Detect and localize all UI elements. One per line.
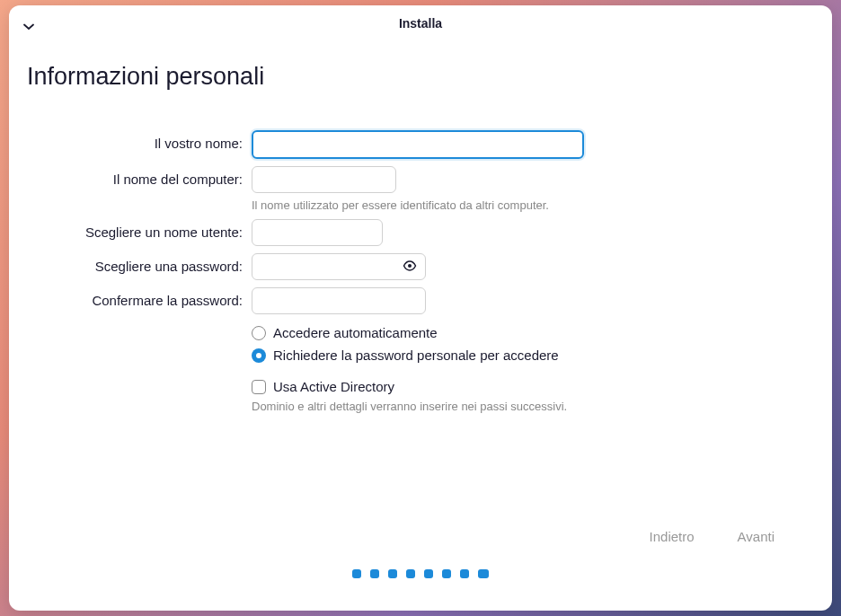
active-directory-checkbox[interactable]: Usa Active Directory bbox=[252, 379, 814, 394]
name-label: Il vostro nome: bbox=[27, 130, 243, 151]
computer-name-input[interactable] bbox=[252, 166, 396, 193]
computer-help-text: Il nome utilizzato per essere identifica… bbox=[252, 198, 549, 212]
password-input[interactable] bbox=[252, 253, 426, 280]
active-directory-label: Usa Active Directory bbox=[273, 379, 394, 394]
installer-window: Installa Informazioni personali Il vostr… bbox=[9, 5, 832, 611]
password-row: Scegliere una password: bbox=[27, 253, 814, 280]
confirm-label: Confermare la password: bbox=[27, 287, 243, 308]
active-directory-section: Usa Active Directory bbox=[252, 379, 814, 394]
progress-dot bbox=[352, 569, 361, 578]
titlebar: Installa bbox=[9, 5, 832, 41]
username-row: Scegliere un nome utente: bbox=[27, 219, 814, 246]
name-input[interactable] bbox=[252, 130, 584, 159]
active-directory-help: Dominio e altri dettagli verranno inseri… bbox=[252, 400, 814, 413]
computer-label: Il nome del computer: bbox=[27, 166, 243, 187]
chevron-down-icon bbox=[23, 23, 34, 31]
require-password-radio[interactable]: Richiedere la password personale per acc… bbox=[252, 348, 814, 363]
progress-dot bbox=[370, 569, 379, 578]
name-row: Il vostro nome: bbox=[27, 130, 814, 159]
window-title: Installa bbox=[399, 16, 442, 31]
progress-dot bbox=[388, 569, 397, 578]
computer-row: Il nome del computer: Il nome utilizzato… bbox=[27, 166, 814, 212]
progress-dot bbox=[406, 569, 415, 578]
radio-icon bbox=[252, 326, 266, 340]
login-options-group: Accedere automaticamente Richiedere la p… bbox=[252, 325, 814, 363]
back-button[interactable]: Indietro bbox=[646, 522, 698, 551]
auto-login-radio[interactable]: Accedere automaticamente bbox=[252, 325, 814, 340]
window-menu-button[interactable] bbox=[23, 18, 34, 34]
confirm-password-input[interactable] bbox=[252, 287, 426, 314]
radio-checked-icon bbox=[252, 348, 266, 363]
auto-login-label: Accedere automaticamente bbox=[273, 325, 438, 340]
footer-nav: Indietro Avanti bbox=[27, 522, 814, 569]
show-password-button[interactable] bbox=[403, 259, 417, 275]
require-password-label: Richiedere la password personale per acc… bbox=[273, 348, 559, 363]
page-title: Informazioni personali bbox=[27, 63, 814, 91]
password-label: Scegliere una password: bbox=[27, 253, 243, 274]
checkbox-icon bbox=[252, 380, 266, 394]
progress-dot bbox=[460, 569, 469, 578]
eye-icon bbox=[403, 260, 417, 271]
progress-dot bbox=[424, 569, 433, 578]
content-area: Informazioni personali Il vostro nome: I… bbox=[9, 41, 832, 611]
progress-dot bbox=[442, 569, 451, 578]
username-input[interactable] bbox=[252, 219, 383, 246]
user-info-form: Il vostro nome: Il nome del computer: Il… bbox=[27, 130, 814, 314]
progress-dot-current bbox=[478, 569, 489, 578]
confirm-row: Confermare la password: bbox=[27, 287, 814, 314]
forward-button[interactable]: Avanti bbox=[734, 522, 778, 551]
progress-indicator bbox=[27, 569, 814, 611]
username-label: Scegliere un nome utente: bbox=[27, 219, 243, 240]
svg-point-0 bbox=[408, 264, 412, 268]
